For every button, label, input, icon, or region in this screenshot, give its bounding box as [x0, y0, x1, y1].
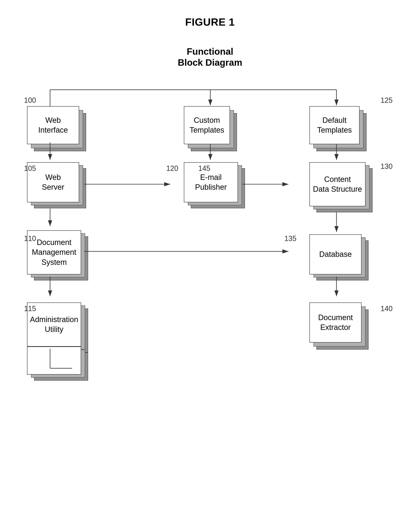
ref-140: 140	[381, 305, 393, 313]
ref-100: 100	[24, 96, 36, 105]
ref-130: 130	[381, 162, 393, 171]
subtitle: Functional Block Diagram	[0, 46, 420, 68]
ref-135: 135	[285, 234, 296, 243]
ref-110: 110	[24, 234, 36, 243]
ref-145: 145	[198, 164, 210, 173]
ref-105: 105	[24, 164, 36, 173]
diagram-area: 100 105 110 115 120 145 125 130 135 140 …	[12, 76, 408, 498]
arrows-svg	[12, 76, 408, 498]
page-title: FIGURE 1	[0, 0, 420, 28]
ref-120: 120	[166, 164, 178, 173]
ref-125: 125	[381, 96, 393, 105]
ref-115: 115	[24, 305, 36, 313]
